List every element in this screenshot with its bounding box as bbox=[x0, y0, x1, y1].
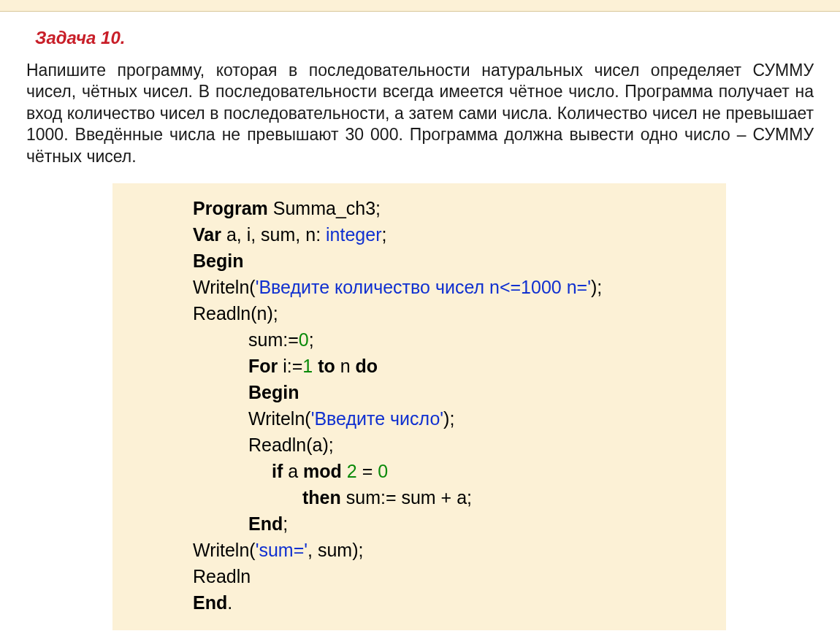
code-line: Readln(a); bbox=[193, 432, 710, 458]
code-line: if a mod 2 = 0 bbox=[193, 458, 710, 484]
code-line: then sum:= sum + a; bbox=[193, 484, 710, 510]
code-line: Var a, i, sum, n: integer; bbox=[193, 221, 710, 248]
code-line: End. bbox=[193, 589, 710, 616]
code-line: End; bbox=[193, 510, 710, 537]
code-line: Program Summa_ch3; bbox=[193, 195, 710, 221]
code-line: Readln bbox=[193, 563, 710, 589]
code-line: Writeln('sum=', sum); bbox=[193, 537, 710, 563]
code-line: Readln(n); bbox=[193, 300, 710, 326]
code-line: Writeln('Введите количество чисел n<=100… bbox=[193, 274, 710, 300]
code-line: sum:=0; bbox=[193, 326, 710, 353]
code-line: For i:=1 to n do bbox=[193, 353, 710, 379]
slide-content: Задача 10. Напишите программу, которая в… bbox=[0, 12, 840, 630]
task-title: Задача 10. bbox=[26, 28, 814, 48]
code-line: Begin bbox=[193, 248, 710, 274]
top-bar bbox=[0, 0, 840, 12]
code-listing: Program Summa_ch3; Var a, i, sum, n: int… bbox=[112, 183, 726, 630]
code-line: Begin bbox=[193, 379, 710, 405]
code-line: Writeln('Введите число'); bbox=[193, 405, 710, 432]
task-description: Напишите программу, которая в последоват… bbox=[26, 60, 814, 167]
